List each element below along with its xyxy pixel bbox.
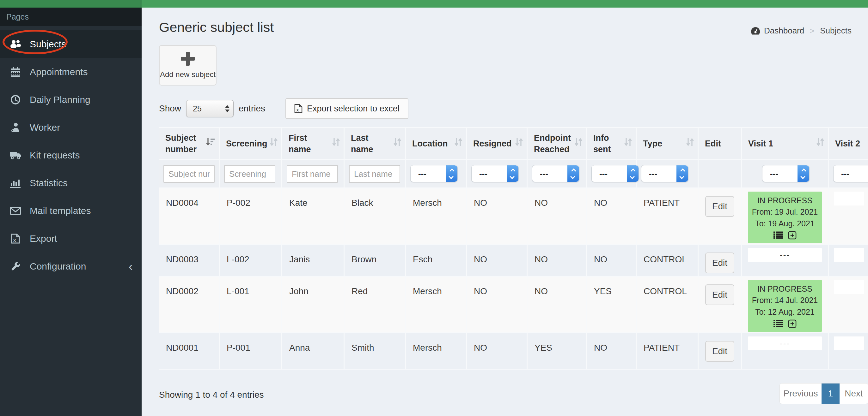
select-stepper-icon xyxy=(567,165,579,182)
table-filter-row: --- --- --- xyxy=(159,160,868,188)
sidebar-item-mail-templates[interactable]: Mail templates xyxy=(0,197,142,225)
cell-resigned: NO xyxy=(467,245,528,277)
table-row: ND0004 P-002 Kate Black Mersch NO NO NO … xyxy=(159,188,868,245)
filter-last-name-input[interactable] xyxy=(349,165,400,183)
filter-screening-input[interactable] xyxy=(224,165,275,183)
subjects-table: Subject number Screening xyxy=(159,127,868,370)
cell-resigned: NO xyxy=(467,333,528,370)
column-header-location[interactable]: Location xyxy=(406,127,467,160)
table-footer: Showing 1 to 4 of 4 entries Previous 1 N… xyxy=(159,383,868,416)
filter-subject-number-input[interactable] xyxy=(163,165,215,183)
table-row: ND0003 L-002 Janis Brown Esch NO NO NO C… xyxy=(159,245,868,277)
visit-2-empty-box xyxy=(834,337,864,350)
cell-type: CONTROL xyxy=(637,245,699,277)
filter-visit-2-select[interactable]: --- xyxy=(833,165,868,182)
select-stepper-icon xyxy=(446,165,457,182)
column-header-endpoint-reached[interactable]: Endpoint Reached xyxy=(528,127,587,160)
add-new-subject-label: Add new subject xyxy=(160,70,216,79)
cell-screening: L-002 xyxy=(220,245,282,277)
wrench-icon xyxy=(8,261,23,271)
cell-resigned: NO xyxy=(467,188,528,245)
visit-1-status-box[interactable]: IN PROGRESS From: 14 Jul. 2021 To: 12 Au… xyxy=(748,280,822,332)
column-header-last-name[interactable]: Last name xyxy=(345,127,406,160)
add-new-subject-button[interactable]: Add new subject xyxy=(159,45,217,85)
column-header-visit-1[interactable]: Visit 1 xyxy=(742,127,829,160)
visit-1-status-box[interactable]: IN PROGRESS From: 19 Jul. 2021 To: 19 Au… xyxy=(748,192,822,243)
column-header-first-name[interactable]: First name xyxy=(282,127,345,160)
sidebar-item-subjects[interactable]: Subjects xyxy=(0,30,142,58)
sort-both-icon xyxy=(393,137,402,150)
sidebar-item-label: Appointments xyxy=(30,67,88,77)
column-header-subject-number[interactable]: Subject number xyxy=(159,127,220,160)
next-page-button[interactable]: Next xyxy=(840,383,868,404)
select-stepper-icon xyxy=(225,100,229,117)
visit-2-empty-box xyxy=(834,248,864,262)
cell-last-name: Black xyxy=(345,188,406,245)
edit-button[interactable]: Edit xyxy=(705,341,734,362)
subjects-table-wrap: Subject number Screening xyxy=(159,127,868,370)
cell-info-sent: NO xyxy=(587,188,637,245)
cell-first-name: Anna xyxy=(282,333,345,370)
envelope-icon xyxy=(8,207,23,215)
plus-square-icon[interactable] xyxy=(788,231,797,240)
column-header-screening[interactable]: Screening xyxy=(220,127,282,160)
export-selection-button[interactable]: x Export selection to excel xyxy=(285,98,408,119)
plus-icon xyxy=(181,52,195,66)
sidebar-item-export[interactable]: x Export xyxy=(0,225,142,252)
visit-status: IN PROGRESS xyxy=(748,195,822,206)
list-icon[interactable] xyxy=(774,319,783,327)
cell-location: Esch xyxy=(406,245,467,277)
visit-from: From: 14 Jul. 2021 xyxy=(748,294,822,306)
sidebar-item-label: Worker xyxy=(30,122,60,133)
sidebar-item-label: Kit requests xyxy=(30,150,80,161)
column-header-resigned[interactable]: Resigned xyxy=(467,127,528,160)
cell-subject-number: ND0003 xyxy=(159,245,220,277)
sidebar-item-configuration[interactable]: Configuration ‹ xyxy=(0,252,142,280)
visit-2-empty-box xyxy=(834,280,864,294)
column-header-visit-2: Visit 2 xyxy=(829,127,868,160)
edit-button[interactable]: Edit xyxy=(705,196,734,217)
filter-visit-1-select[interactable]: --- xyxy=(762,165,809,182)
svg-text:x: x xyxy=(297,107,299,112)
filter-info-sent-select[interactable]: --- xyxy=(591,165,639,182)
cell-info-sent: NO xyxy=(587,333,637,370)
cell-info-sent: YES xyxy=(587,277,637,333)
file-excel-icon: x xyxy=(8,234,23,244)
column-header-type[interactable]: Type xyxy=(637,127,699,160)
edit-button[interactable]: Edit xyxy=(705,284,734,305)
sidebar-item-statistics[interactable]: Statistics xyxy=(0,169,142,197)
filter-resigned-select[interactable]: --- xyxy=(471,165,519,182)
table-controls: Show 25 entries x Export selection to ex… xyxy=(159,98,868,119)
cell-first-name: John xyxy=(282,277,345,333)
filter-type-select[interactable]: --- xyxy=(641,165,688,182)
top-bar xyxy=(0,0,868,8)
top-bar-logo-area xyxy=(0,0,142,8)
excel-file-icon: x xyxy=(294,104,303,113)
page-1-button[interactable]: 1 xyxy=(822,383,840,404)
sort-both-icon xyxy=(624,137,632,150)
filter-location-select[interactable]: --- xyxy=(410,165,458,182)
sidebar-item-label: Mail templates xyxy=(30,205,91,216)
sidebar-item-worker[interactable]: Worker xyxy=(0,114,142,141)
filter-endpoint-reached-select[interactable]: --- xyxy=(532,165,580,182)
sidebar-item-daily-planning[interactable]: Daily Planning xyxy=(0,86,142,114)
sort-both-icon xyxy=(269,137,278,150)
filter-first-name-input[interactable] xyxy=(287,165,338,183)
calendar-icon xyxy=(8,67,23,77)
sidebar-item-label: Configuration xyxy=(30,261,86,272)
sidebar-item-appointments[interactable]: Appointments xyxy=(0,58,142,86)
cell-type: CONTROL xyxy=(637,277,699,333)
cell-location: Mersch xyxy=(406,333,467,370)
plus-square-icon[interactable] xyxy=(788,319,797,328)
list-icon[interactable] xyxy=(774,231,783,239)
column-header-info-sent[interactable]: Info sent xyxy=(587,127,637,160)
breadcrumb-dashboard-link[interactable]: Dashboard xyxy=(764,26,804,36)
sidebar-item-kit-requests[interactable]: Kit requests xyxy=(0,141,142,169)
worker-icon xyxy=(8,123,23,133)
cell-location: Mersch xyxy=(406,277,467,333)
entries-select[interactable]: 25 xyxy=(186,100,234,117)
edit-button[interactable]: Edit xyxy=(705,252,734,273)
visit-status: IN PROGRESS xyxy=(748,283,822,294)
previous-page-button[interactable]: Previous xyxy=(780,383,822,404)
select-stepper-icon xyxy=(627,165,639,182)
